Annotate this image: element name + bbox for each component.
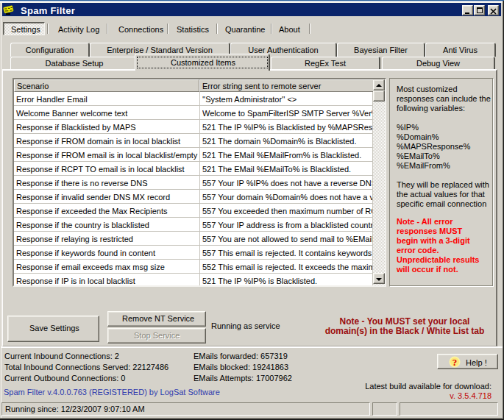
svg-text:?: ? [452, 357, 458, 368]
